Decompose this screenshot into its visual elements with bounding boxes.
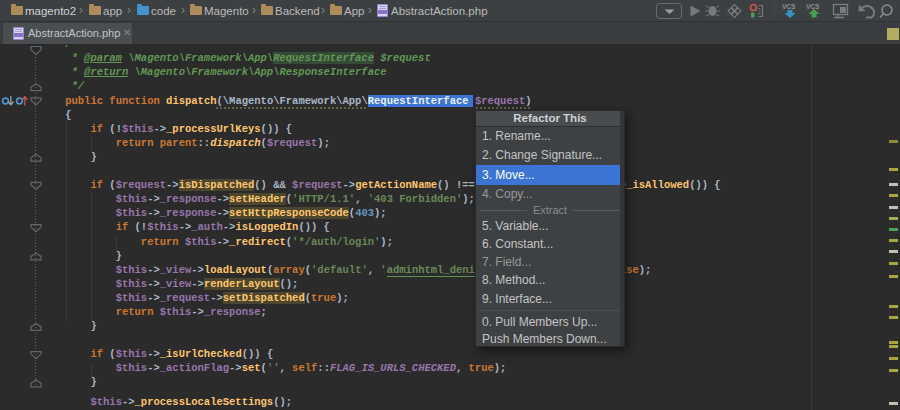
svg-text:VCS: VCS bbox=[806, 3, 820, 10]
svg-text:VCS: VCS bbox=[782, 3, 796, 10]
